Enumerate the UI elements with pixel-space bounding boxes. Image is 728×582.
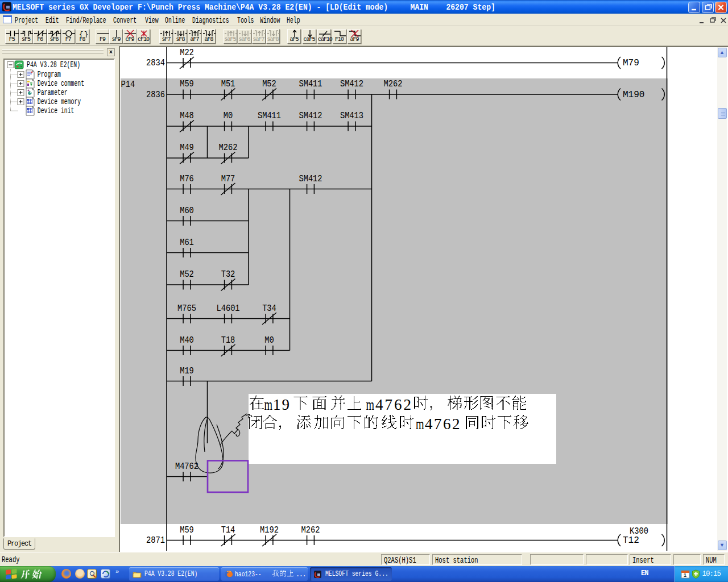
svg-text:SM412: SM412 [340, 80, 363, 89]
svg-text:M262: M262 [384, 80, 403, 89]
svg-text:m: m [366, 396, 375, 413]
svg-text:M0: M0 [224, 111, 233, 121]
svg-text:SM411: SM411 [258, 111, 281, 121]
svg-text:m: m [264, 396, 273, 413]
svg-text:M192: M192 [260, 525, 279, 535]
svg-text:P4A V3.28 E2(EN): P4A V3.28 E2(EN) [27, 60, 80, 69]
svg-text:T32: T32 [221, 270, 235, 280]
svg-text:1: 1 [684, 572, 686, 578]
svg-text:M59: M59 [180, 80, 194, 89]
svg-text:M40: M40 [180, 335, 194, 345]
svg-text:7: 7 [385, 396, 393, 413]
svg-text:M48: M48 [180, 111, 194, 121]
svg-text:T18: T18 [221, 335, 235, 345]
svg-text:1: 1 [273, 396, 281, 413]
svg-text:M19: M19 [180, 366, 194, 376]
svg-text:2: 2 [404, 396, 412, 413]
svg-text:SM413: SM413 [340, 111, 363, 121]
svg-text:M22: M22 [180, 48, 194, 57]
svg-text:L4601: L4601 [216, 304, 239, 313]
svg-text:M190: M190 [623, 90, 644, 100]
svg-text:T12: T12 [623, 535, 639, 546]
svg-text:M79: M79 [623, 58, 639, 68]
svg-text:T14: T14 [221, 525, 235, 535]
svg-text:Device init: Device init [38, 106, 75, 115]
svg-text:...: ... [296, 571, 305, 579]
svg-text:M0: M0 [264, 335, 274, 345]
svg-text:Device comment: Device comment [38, 79, 84, 88]
svg-text:M4762: M4762 [175, 462, 198, 471]
svg-text:Program: Program [38, 70, 61, 79]
svg-text:M51: M51 [221, 80, 235, 89]
svg-text:Parameter: Parameter [38, 88, 68, 97]
svg-text:6: 6 [443, 415, 451, 433]
svg-text:P14: P14 [121, 80, 135, 89]
svg-text:SM412: SM412 [299, 174, 322, 184]
svg-text:M49: M49 [180, 143, 194, 153]
svg-text:M52: M52 [262, 80, 276, 89]
svg-text:6: 6 [394, 396, 402, 413]
svg-text:SM412: SM412 [299, 111, 322, 121]
svg-text:M59: M59 [180, 525, 194, 535]
svg-text:Device memory: Device memory [38, 97, 81, 106]
svg-text:M60: M60 [180, 206, 194, 215]
svg-text:m: m [416, 415, 424, 433]
svg-text:4: 4 [425, 415, 433, 433]
svg-text:M52: M52 [180, 270, 194, 280]
svg-text:M765: M765 [177, 304, 196, 313]
svg-text:M262: M262 [301, 525, 320, 535]
svg-text:M77: M77 [221, 174, 235, 184]
svg-text:M61: M61 [180, 238, 194, 247]
svg-text:SM411: SM411 [299, 80, 322, 89]
svg-text:2836: 2836 [146, 90, 165, 99]
svg-text:M76: M76 [180, 174, 194, 184]
svg-text:K300: K300 [630, 526, 648, 536]
svg-text:7: 7 [434, 415, 442, 433]
svg-text:4: 4 [375, 396, 383, 413]
svg-text:M262: M262 [219, 143, 238, 153]
svg-text:2834: 2834 [146, 58, 165, 68]
svg-text:2: 2 [452, 415, 460, 433]
svg-text:9: 9 [282, 396, 290, 413]
svg-text:T34: T34 [262, 304, 276, 313]
svg-text:2871: 2871 [146, 535, 165, 545]
